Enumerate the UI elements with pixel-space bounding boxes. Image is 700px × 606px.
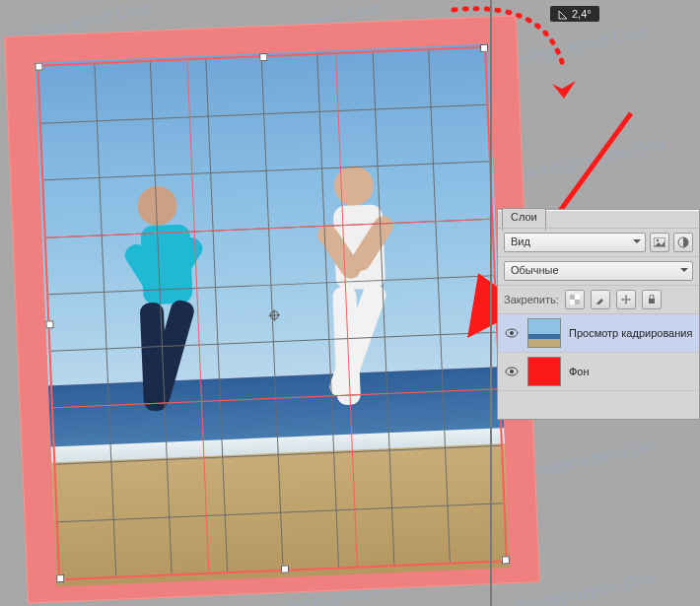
lock-position-button[interactable]: [616, 290, 636, 309]
lock-pixels-button[interactable]: [591, 290, 610, 309]
crop-handle-br[interactable]: [502, 556, 510, 564]
layer-row-background[interactable]: Фон: [498, 353, 699, 391]
visibility-toggle[interactable]: [504, 325, 520, 341]
crop-handle-bl[interactable]: [56, 574, 64, 582]
adjust-icon: [677, 236, 689, 248]
watermark: Soringpcrepair.Com: [522, 133, 666, 183]
layer-thumbnail[interactable]: [527, 357, 561, 386]
crop-handle-tc[interactable]: [259, 53, 267, 61]
crop-handle-ml[interactable]: [45, 320, 53, 328]
lock-icon: [647, 295, 657, 304]
crop-handle-tl[interactable]: [35, 63, 42, 71]
layer-list: Просмотр кадрирования Фон: [498, 314, 699, 391]
lock-all-button[interactable]: [642, 290, 662, 309]
brush-icon: [595, 295, 605, 304]
svg-rect-38: [570, 295, 575, 300]
svg-line-30: [53, 389, 499, 408]
layer-thumbnail[interactable]: [527, 318, 561, 348]
layer-view-dropdown[interactable]: Вид: [504, 233, 646, 252]
checker-icon: [570, 295, 580, 304]
canvas-rotated-image[interactable]: [4, 15, 540, 603]
layers-panel-tab-label: Слои: [511, 211, 537, 223]
eye-icon: [505, 367, 519, 376]
lock-transparency-button[interactable]: [565, 290, 585, 309]
layers-panel: Слои Вид Обычные Закрепить:: [497, 209, 700, 420]
svg-line-27: [187, 60, 209, 572]
svg-rect-39: [575, 300, 580, 304]
dotted-rotation-arrowhead: [552, 81, 576, 99]
layer-filter-image-button[interactable]: [650, 233, 669, 252]
svg-rect-42: [649, 299, 655, 303]
svg-point-35: [657, 239, 659, 241]
layer-name: Просмотр кадрирования: [569, 327, 692, 339]
move-icon: [621, 295, 631, 304]
blend-mode-value: Обычные: [511, 264, 559, 276]
svg-line-29: [46, 219, 492, 237]
layer-view-dropdown-label: Вид: [511, 236, 530, 247]
watermark: Soringpcrepair.Com: [502, 21, 647, 71]
crop-center-pivot[interactable]: [268, 309, 280, 321]
svg-point-44: [510, 331, 514, 335]
layer-filter-adjust-button[interactable]: [673, 233, 693, 252]
lock-controls-row: Закрепить:: [498, 286, 699, 314]
crop-rectangle[interactable]: [36, 46, 508, 581]
layer-name: Фон: [569, 366, 590, 377]
layer-row-crop-preview[interactable]: Просмотр кадрирования: [498, 314, 699, 353]
crop-handle-tr[interactable]: [480, 44, 488, 52]
lock-label: Закрепить:: [504, 294, 559, 305]
eye-icon: [505, 328, 519, 338]
rotation-angle-value: 2,4°: [572, 8, 592, 20]
svg-line-33: [268, 315, 280, 316]
image-icon: [654, 237, 665, 247]
svg-point-46: [510, 370, 514, 373]
crop-handle-bc[interactable]: [281, 566, 289, 573]
svg-line-28: [336, 54, 358, 567]
blend-mode-dropdown[interactable]: Обычные: [504, 261, 693, 281]
rotation-angle-tooltip: 2,4°: [550, 6, 599, 22]
angle-icon: [558, 10, 568, 20]
panel-divider: [490, 0, 492, 606]
visibility-toggle[interactable]: [504, 364, 520, 379]
